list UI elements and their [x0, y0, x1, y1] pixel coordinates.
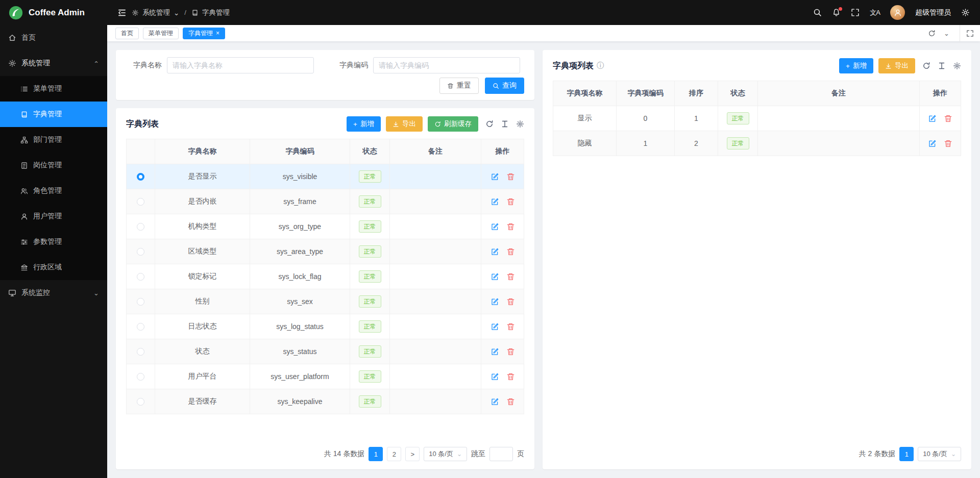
- table-row[interactable]: 是否内嵌 sys_frame 正常: [127, 189, 524, 214]
- edit-icon[interactable]: [491, 372, 499, 381]
- refresh-table-icon[interactable]: [485, 120, 494, 128]
- table-row[interactable]: 性别 sys_sex 正常: [127, 289, 524, 314]
- edit-icon[interactable]: [491, 222, 499, 231]
- sidebar-item-system-mgmt[interactable]: 系统管理 ⌄: [0, 51, 107, 76]
- edit-icon[interactable]: [491, 197, 499, 206]
- export-dict-button[interactable]: 导出: [386, 116, 423, 132]
- edit-icon[interactable]: [928, 114, 937, 123]
- user-name[interactable]: 超级管理员: [915, 8, 951, 17]
- dict-code-input[interactable]: [373, 57, 520, 73]
- export-item-button[interactable]: 导出: [878, 58, 915, 73]
- delete-icon[interactable]: [506, 272, 515, 281]
- edit-icon[interactable]: [491, 172, 499, 181]
- sidebar-item-region-mgmt[interactable]: 行政区域: [0, 255, 107, 280]
- tab-menu-mgmt[interactable]: 菜单管理: [143, 28, 179, 39]
- sidebar-item-param-mgmt[interactable]: 参数管理: [0, 229, 107, 255]
- edit-icon[interactable]: [928, 139, 937, 148]
- page-size-select[interactable]: 10 条/页 ⌄: [424, 447, 467, 461]
- add-dict-button[interactable]: + 新增: [347, 116, 381, 132]
- query-button[interactable]: 查询: [485, 78, 524, 94]
- delete-icon[interactable]: [506, 172, 515, 181]
- region-icon: [20, 264, 28, 271]
- table-row[interactable]: 锁定标记 sys_lock_flag 正常: [127, 264, 524, 289]
- sidebar-item-dept-mgmt[interactable]: 部门管理: [0, 127, 107, 153]
- row-radio[interactable]: [137, 298, 144, 306]
- row-radio[interactable]: [137, 198, 144, 206]
- column-settings-gear-icon[interactable]: [516, 120, 524, 128]
- download-icon: [393, 121, 399, 128]
- page-button-1[interactable]: 1: [899, 447, 914, 461]
- tab-options-chevron-icon[interactable]: ⌄: [944, 30, 949, 37]
- edit-icon[interactable]: [491, 247, 499, 256]
- delete-icon[interactable]: [506, 397, 515, 406]
- row-radio[interactable]: [137, 373, 144, 381]
- sidebar-item-menu-mgmt[interactable]: 菜单管理: [0, 76, 107, 102]
- table-row[interactable]: 用户平台 sys_user_platform 正常: [127, 364, 524, 389]
- sidebar-item-dict-mgmt[interactable]: 字典管理: [0, 102, 107, 127]
- table-row[interactable]: 状态 sys_status 正常: [127, 339, 524, 364]
- reset-button[interactable]: 重置: [439, 78, 479, 94]
- close-tab-icon[interactable]: ×: [216, 30, 219, 36]
- table-row[interactable]: 显示 0 1 正常: [553, 106, 961, 131]
- density-icon[interactable]: [501, 120, 509, 128]
- edit-icon[interactable]: [491, 397, 499, 406]
- page-size-select[interactable]: 10 条/页 ⌄: [918, 447, 961, 461]
- refresh-page-icon[interactable]: [928, 30, 936, 37]
- row-radio[interactable]: [137, 348, 144, 356]
- delete-icon[interactable]: [506, 322, 515, 331]
- delete-icon[interactable]: [506, 347, 515, 356]
- search-form-row: 字典名称 字典编码: [126, 57, 524, 73]
- edit-icon[interactable]: [491, 297, 499, 306]
- dict-name-input[interactable]: [167, 57, 314, 73]
- sidebar-item-system-monitor[interactable]: 系统监控 ⌄: [0, 280, 107, 306]
- search-icon[interactable]: [813, 8, 822, 17]
- row-radio[interactable]: [137, 223, 144, 231]
- fullscreen-icon[interactable]: [851, 8, 860, 17]
- user-icon: [20, 213, 28, 220]
- row-radio[interactable]: [137, 248, 144, 256]
- page-button-1[interactable]: 1: [369, 447, 383, 461]
- delete-icon[interactable]: [506, 197, 515, 206]
- tab-dict-mgmt[interactable]: 字典管理 ×: [183, 28, 225, 39]
- row-radio[interactable]: [137, 273, 144, 281]
- collapse-sidebar-icon[interactable]: [117, 8, 127, 17]
- breadcrumb-section[interactable]: 系统管理: [142, 8, 170, 17]
- sidebar-item-home[interactable]: 首页: [0, 25, 107, 51]
- expand-content-icon[interactable]: [960, 25, 980, 41]
- delete-icon[interactable]: [944, 139, 952, 148]
- delete-icon[interactable]: [506, 372, 515, 381]
- table-row[interactable]: 机构类型 sys_org_type 正常: [127, 214, 524, 239]
- page-button-2[interactable]: 2: [387, 447, 401, 461]
- next-page-button[interactable]: >: [405, 447, 420, 461]
- sidebar-item-user-mgmt[interactable]: 用户管理: [0, 204, 107, 229]
- notification-bell-icon[interactable]: [832, 8, 841, 17]
- table-row[interactable]: 区域类型 sys_area_type 正常: [127, 239, 524, 264]
- table-row[interactable]: 是否缓存 sys_keepalive 正常: [127, 389, 524, 414]
- density-icon[interactable]: [938, 62, 946, 70]
- table-row[interactable]: 隐藏 1 2 正常: [553, 131, 961, 156]
- jump-page-input[interactable]: [489, 447, 513, 461]
- translate-icon[interactable]: 文A: [870, 8, 880, 17]
- edit-icon[interactable]: [491, 272, 499, 281]
- row-radio[interactable]: [137, 323, 144, 331]
- delete-icon[interactable]: [506, 247, 515, 256]
- edit-icon[interactable]: [491, 322, 499, 331]
- table-row[interactable]: 是否显示 sys_visible 正常: [127, 164, 524, 189]
- tab-home[interactable]: 首页: [115, 28, 139, 39]
- row-radio-checked[interactable]: [137, 173, 144, 181]
- user-avatar[interactable]: [890, 5, 905, 20]
- delete-icon[interactable]: [506, 222, 515, 231]
- delete-icon[interactable]: [506, 297, 515, 306]
- settings-gear-icon[interactable]: [961, 8, 970, 17]
- row-radio[interactable]: [137, 398, 144, 406]
- table-row[interactable]: 日志状态 sys_log_status 正常: [127, 314, 524, 339]
- refresh-table-icon[interactable]: [922, 62, 930, 70]
- delete-icon[interactable]: [944, 114, 952, 123]
- edit-icon[interactable]: [491, 347, 499, 356]
- add-item-button[interactable]: + 新增: [839, 58, 873, 73]
- sidebar-item-post-mgmt[interactable]: 岗位管理: [0, 153, 107, 178]
- refresh-cache-button[interactable]: 刷新缓存: [428, 116, 478, 132]
- column-settings-gear-icon[interactable]: [953, 62, 961, 70]
- sidebar-item-role-mgmt[interactable]: 角色管理: [0, 178, 107, 204]
- gear-icon: [8, 59, 16, 67]
